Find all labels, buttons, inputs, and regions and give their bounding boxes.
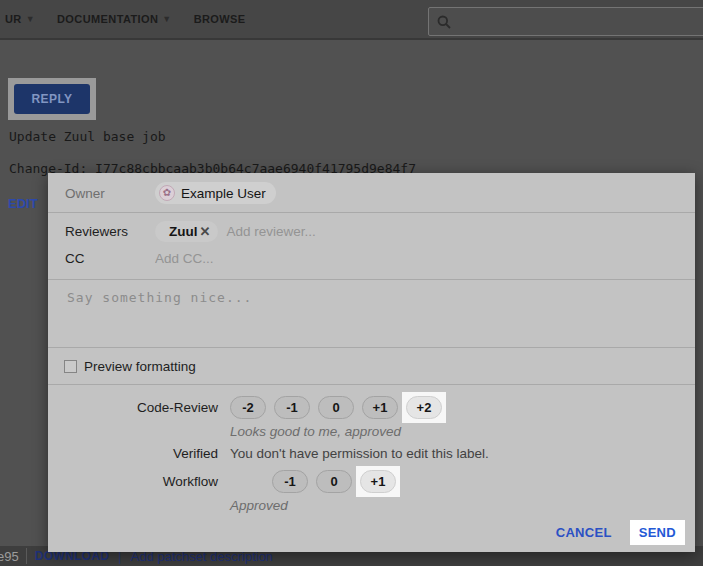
cc-label: CC bbox=[65, 251, 155, 266]
nav-item-ur[interactable]: UR ▼ bbox=[5, 13, 35, 25]
nav-item-label: BROWSE bbox=[194, 13, 246, 25]
workflow-label: Workflow bbox=[48, 474, 218, 489]
vertical-divider bbox=[26, 548, 27, 564]
preview-formatting-checkbox[interactable] bbox=[64, 360, 77, 373]
nav-item-label: DOCUMENTATION bbox=[57, 13, 158, 25]
workflow-description: Approved bbox=[230, 498, 695, 513]
remove-reviewer-icon[interactable]: ✕ bbox=[200, 224, 211, 239]
vote-button-code-review--2[interactable]: -2 bbox=[226, 392, 270, 423]
reviewer-name: Zuul bbox=[169, 224, 198, 239]
workflow-vote-buttons: -10+1 bbox=[268, 466, 400, 497]
code-review-description: Looks good to me, approved bbox=[230, 424, 695, 439]
search-icon bbox=[437, 15, 451, 29]
reply-dialog: Owner ✿ Example User Reviewers Zuul ✕ CC bbox=[48, 173, 695, 552]
edit-link[interactable]: EDIT bbox=[8, 196, 38, 211]
vote-button-workflow-0[interactable]: 0 bbox=[312, 466, 356, 497]
nav-item-browse[interactable]: BROWSE bbox=[194, 13, 246, 25]
vote-pill-label: 0 bbox=[318, 396, 354, 419]
owner-name: Example User bbox=[181, 186, 266, 201]
reviewer-chip-zuul[interactable]: Zuul ✕ bbox=[155, 221, 218, 242]
vote-button-workflow-+1[interactable]: +1 bbox=[356, 466, 400, 497]
message-area bbox=[48, 279, 695, 348]
vote-pill-label: -2 bbox=[230, 396, 266, 419]
caret-down-icon: ▼ bbox=[162, 15, 171, 24]
vote-button-workflow--1[interactable]: -1 bbox=[268, 466, 312, 497]
vote-pill-label: +2 bbox=[406, 396, 442, 419]
nav-item-label: UR bbox=[5, 13, 22, 25]
vote-button-code-review-+1[interactable]: +1 bbox=[358, 392, 402, 423]
message-textarea[interactable] bbox=[48, 280, 695, 347]
add-reviewer-input[interactable] bbox=[226, 224, 426, 239]
avatar-icon: ✿ bbox=[159, 185, 175, 201]
vote-button-code-review-0[interactable]: 0 bbox=[314, 392, 358, 423]
owner-chip[interactable]: ✿ Example User bbox=[155, 182, 276, 204]
divider bbox=[48, 212, 695, 213]
search-box[interactable] bbox=[428, 7, 703, 36]
reply-button[interactable]: REPLY bbox=[14, 84, 90, 114]
code-review-vote-buttons: -2-10+1+2 bbox=[226, 392, 446, 423]
top-nav-bar: UR ▼ DOCUMENTATION ▼ BROWSE bbox=[0, 0, 703, 40]
commit-title: Update Zuul base job bbox=[9, 129, 166, 144]
vote-pill-label: +1 bbox=[362, 396, 398, 419]
preview-formatting-label: Preview formatting bbox=[84, 359, 196, 374]
vote-button-code-review-+2[interactable]: +2 bbox=[402, 392, 446, 423]
reviewers-label: Reviewers bbox=[65, 224, 155, 239]
cancel-button[interactable]: CANCEL bbox=[556, 525, 612, 540]
owner-label: Owner bbox=[65, 186, 155, 201]
vote-pill-label: 0 bbox=[316, 470, 352, 493]
nav-item-documentation[interactable]: DOCUMENTATION ▼ bbox=[57, 13, 172, 25]
reply-button-highlight: REPLY bbox=[8, 78, 96, 120]
vote-pill-label: -1 bbox=[272, 470, 308, 493]
code-review-label: Code-Review bbox=[48, 400, 218, 415]
send-button[interactable]: SEND bbox=[630, 520, 685, 545]
caret-down-icon: ▼ bbox=[26, 15, 35, 24]
vote-pill-label: -1 bbox=[274, 396, 310, 419]
search-input[interactable] bbox=[457, 14, 687, 29]
sha-fragment: e95 bbox=[0, 549, 19, 564]
vote-button-code-review--1[interactable]: -1 bbox=[270, 392, 314, 423]
vote-pill-label: +1 bbox=[360, 470, 396, 493]
vote-section: Code-Review -2-10+1+2 Looks good to me, … bbox=[48, 384, 695, 520]
add-cc-input[interactable] bbox=[155, 251, 355, 266]
verified-label: Verified bbox=[48, 446, 218, 461]
verified-permission-message: You don't have permission to edit this l… bbox=[230, 446, 489, 461]
